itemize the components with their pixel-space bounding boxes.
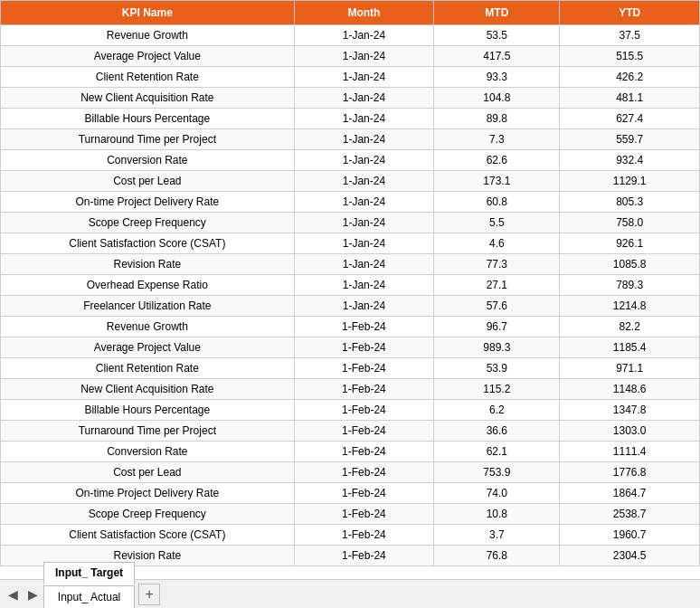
cell-mtd: 96.7 — [434, 317, 560, 337]
cell-month: 1-Feb-24 — [294, 379, 434, 400]
table-row: Freelancer Utilization Rate1-Jan-2457.61… — [1, 296, 700, 317]
cell-month: 1-Jan-24 — [294, 25, 434, 46]
cell-ytd: 2304.5 — [560, 546, 700, 566]
tab-bar: ◀ ▶ Input_ TargetInput_ ActualKPI Defini… — [0, 579, 700, 608]
cell-ytd: 1129.1 — [560, 171, 700, 192]
table-row: Average Project Value1-Feb-24989.31185.4 — [1, 337, 700, 358]
cell-mtd: 77.3 — [434, 254, 560, 275]
cell-mtd: 62.1 — [434, 442, 560, 462]
cell-ytd: 627.4 — [560, 109, 700, 129]
cell-month: 1-Feb-24 — [294, 462, 434, 483]
cell-kpi-name: Revenue Growth — [1, 317, 295, 337]
cell-kpi-name: Cost per Lead — [1, 171, 295, 192]
cell-mtd: 62.6 — [434, 150, 560, 171]
table-row: Client Satisfaction Score (CSAT)1-Jan-24… — [1, 233, 700, 254]
header-mtd: MTD — [434, 1, 560, 25]
cell-kpi-name: Conversion Rate — [1, 150, 295, 171]
cell-month: 1-Feb-24 — [294, 525, 434, 546]
header-ytd: YTD — [560, 1, 700, 25]
table-row: Cost per Lead1-Feb-24753.91776.8 — [1, 462, 700, 483]
cell-ytd: 515.5 — [560, 46, 700, 67]
table-row: Conversion Rate1-Jan-2462.6932.4 — [1, 150, 700, 171]
table-row: Billable Hours Percentage1-Jan-2489.8627… — [1, 109, 700, 129]
cell-mtd: 57.6 — [434, 296, 560, 317]
cell-kpi-name: Scope Creep Frequency — [1, 213, 295, 233]
cell-ytd: 1960.7 — [560, 525, 700, 546]
cell-mtd: 89.8 — [434, 109, 560, 129]
table-row: Turnaround Time per Project1-Feb-2436.61… — [1, 421, 700, 442]
tab-nav-prev[interactable]: ◀ — [4, 585, 22, 603]
cell-mtd: 3.7 — [434, 525, 560, 546]
table-row: On-time Project Delivery Rate1-Jan-2460.… — [1, 192, 700, 213]
cell-month: 1-Feb-24 — [294, 400, 434, 421]
cell-month: 1-Feb-24 — [294, 421, 434, 442]
table-row: On-time Project Delivery Rate1-Feb-2474.… — [1, 483, 700, 504]
table-row: Cost per Lead1-Jan-24173.11129.1 — [1, 171, 700, 192]
cell-ytd: 1214.8 — [560, 296, 700, 317]
tab-0[interactable]: Input_ Target — [43, 562, 135, 585]
cell-kpi-name: Client Satisfaction Score (CSAT) — [1, 233, 295, 254]
cell-kpi-name: On-time Project Delivery Rate — [1, 483, 295, 504]
cell-mtd: 989.3 — [434, 337, 560, 358]
cell-kpi-name: Revenue Growth — [1, 25, 295, 46]
cell-month: 1-Feb-24 — [294, 504, 434, 525]
tab-add-button[interactable]: + — [138, 584, 160, 605]
cell-month: 1-Feb-24 — [294, 337, 434, 358]
tab-1[interactable]: Input_ Actual — [43, 585, 135, 609]
cell-mtd: 27.1 — [434, 275, 560, 296]
table-row: Client Retention Rate1-Jan-2493.3426.2 — [1, 67, 700, 88]
cell-ytd: 481.1 — [560, 88, 700, 109]
table-row: Conversion Rate1-Feb-2462.11111.4 — [1, 442, 700, 462]
table-row: Overhead Expense Ratio1-Jan-2427.1789.3 — [1, 275, 700, 296]
kpi-table: KPI Name Month MTD YTD Revenue Growth1-J… — [0, 0, 700, 566]
cell-ytd: 2538.7 — [560, 504, 700, 525]
table-container: KPI Name Month MTD YTD Revenue Growth1-J… — [0, 0, 700, 579]
table-row: Client Satisfaction Score (CSAT)1-Feb-24… — [1, 525, 700, 546]
cell-ytd: 932.4 — [560, 150, 700, 171]
cell-ytd: 971.1 — [560, 358, 700, 379]
cell-month: 1-Feb-24 — [294, 317, 434, 337]
cell-kpi-name: Client Retention Rate — [1, 67, 295, 88]
cell-mtd: 4.6 — [434, 233, 560, 254]
cell-ytd: 1085.8 — [560, 254, 700, 275]
table-row: Turnaround Time per Project1-Jan-247.355… — [1, 129, 700, 150]
cell-ytd: 559.7 — [560, 129, 700, 150]
cell-mtd: 76.8 — [434, 546, 560, 566]
cell-mtd: 173.1 — [434, 171, 560, 192]
cell-kpi-name: Freelancer Utilization Rate — [1, 296, 295, 317]
cell-ytd: 1185.4 — [560, 337, 700, 358]
cell-kpi-name: Scope Creep Frequency — [1, 504, 295, 525]
cell-month: 1-Jan-24 — [294, 192, 434, 213]
cell-mtd: 93.3 — [434, 67, 560, 88]
cell-month: 1-Jan-24 — [294, 46, 434, 67]
header-kpi-name: KPI Name — [1, 1, 295, 25]
table-row: Revenue Growth1-Feb-2496.782.2 — [1, 317, 700, 337]
cell-ytd: 1776.8 — [560, 462, 700, 483]
cell-mtd: 753.9 — [434, 462, 560, 483]
cell-month: 1-Jan-24 — [294, 171, 434, 192]
cell-ytd: 37.5 — [560, 25, 700, 46]
cell-kpi-name: Average Project Value — [1, 337, 295, 358]
cell-kpi-name: Client Retention Rate — [1, 358, 295, 379]
table-row: Average Project Value1-Jan-24417.5515.5 — [1, 46, 700, 67]
cell-mtd: 104.8 — [434, 88, 560, 109]
tab-list: Input_ TargetInput_ ActualKPI Definition — [43, 559, 137, 609]
cell-month: 1-Jan-24 — [294, 254, 434, 275]
table-row: Client Retention Rate1-Feb-2453.9971.1 — [1, 358, 700, 379]
table-row: Scope Creep Frequency1-Jan-245.5758.0 — [1, 213, 700, 233]
cell-mtd: 53.9 — [434, 358, 560, 379]
table-row: Revenue Growth1-Jan-2453.537.5 — [1, 25, 700, 46]
cell-ytd: 789.3 — [560, 275, 700, 296]
table-row: New Client Acquisition Rate1-Jan-24104.8… — [1, 88, 700, 109]
tab-nav-next[interactable]: ▶ — [24, 585, 42, 603]
cell-mtd: 74.0 — [434, 483, 560, 504]
cell-ytd: 426.2 — [560, 67, 700, 88]
cell-month: 1-Feb-24 — [294, 483, 434, 504]
cell-month: 1-Jan-24 — [294, 213, 434, 233]
cell-kpi-name: Billable Hours Percentage — [1, 109, 295, 129]
cell-month: 1-Jan-24 — [294, 67, 434, 88]
cell-mtd: 36.6 — [434, 421, 560, 442]
cell-kpi-name: Client Satisfaction Score (CSAT) — [1, 525, 295, 546]
cell-kpi-name: Turnaround Time per Project — [1, 421, 295, 442]
cell-month: 1-Jan-24 — [294, 150, 434, 171]
